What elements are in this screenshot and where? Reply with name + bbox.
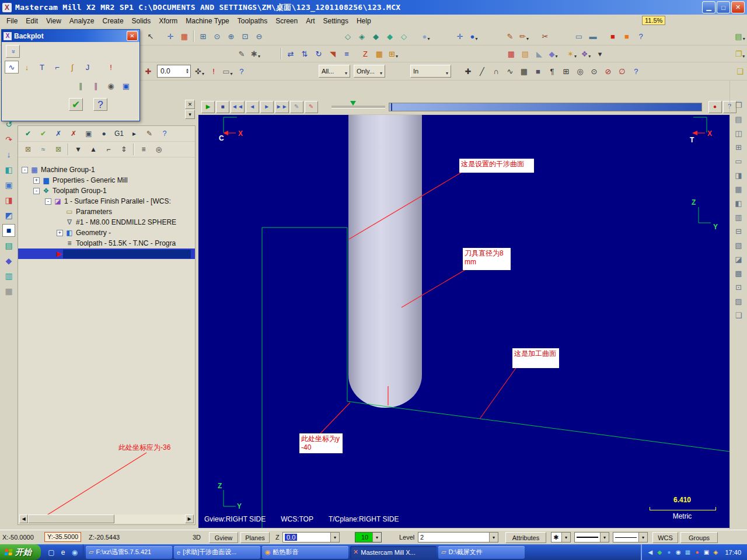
move-insert-up-icon[interactable]: ▲ bbox=[86, 143, 100, 156]
right-dock-icon-12[interactable]: ◪ bbox=[732, 253, 745, 265]
step-forward-icon[interactable]: ► bbox=[260, 101, 274, 113]
menu-art[interactable]: Art bbox=[302, 16, 319, 26]
zoom-target-icon[interactable]: ⊙ bbox=[211, 30, 224, 43]
task-mastercam[interactable]: ✕Mastercam Mill X... bbox=[350, 546, 437, 559]
spinner-icon[interactable]: ▲▼ bbox=[186, 68, 189, 74]
im-tray-icon[interactable]: ● bbox=[664, 546, 673, 559]
select-clear-filter-icon[interactable]: ∅ bbox=[616, 65, 629, 78]
z-depth-field[interactable]: 0.0 ▾ bbox=[282, 532, 340, 542]
select-result-filter-icon[interactable]: ◎ bbox=[574, 65, 587, 78]
x-coordinate-readout[interactable]: X:-50.0000 bbox=[2, 534, 34, 541]
tree-expander-icon[interactable]: - bbox=[45, 198, 51, 205]
chevron-down-icon[interactable]: ▾ bbox=[638, 533, 647, 542]
backplot-ok-icon[interactable]: ✔ bbox=[69, 98, 83, 111]
raise-flag-icon[interactable]: ! bbox=[207, 65, 220, 78]
move-insert-down-icon[interactable]: ▼ bbox=[71, 143, 85, 156]
right-dock-icon-13[interactable]: ▩ bbox=[732, 267, 745, 279]
z-coordinate-readout[interactable]: Z:-20.5443 bbox=[89, 534, 120, 541]
lock-operations-icon[interactable]: ⊠ bbox=[21, 143, 35, 156]
backplot-vectors-icon[interactable]: J bbox=[81, 61, 95, 74]
backplot-dialog[interactable]: X Backplot ✕ « ∿↓T⌐∫J! ∥∥◉▣ ✔? bbox=[1, 29, 140, 121]
right-dock-icon-8[interactable]: ◧ bbox=[732, 197, 745, 209]
delete-entity-icon[interactable]: ✂ bbox=[539, 30, 551, 43]
backplot-quality-icon[interactable]: ∥ bbox=[74, 79, 88, 92]
edit-selected-icon[interactable]: ✎ bbox=[142, 127, 156, 140]
backplot-holder-icon[interactable]: T bbox=[35, 61, 49, 74]
play-icon[interactable]: ▶ bbox=[201, 101, 215, 113]
step-back-icon[interactable]: ◄ bbox=[246, 101, 259, 113]
right-dock-icon-15[interactable]: ▨ bbox=[732, 295, 745, 307]
select-arcs-filter-icon[interactable]: ∩ bbox=[490, 65, 502, 78]
insert-arrow-icon[interactable]: ▶ bbox=[57, 250, 62, 258]
menu-machine-type[interactable]: Machine Type bbox=[181, 16, 233, 26]
menu-view[interactable]: View bbox=[42, 16, 65, 26]
select-off-filter-icon[interactable]: ⊘ bbox=[602, 65, 615, 78]
wcs-button[interactable]: WCS bbox=[652, 532, 678, 543]
tree-item[interactable]: ≡Toolpath - 51.5K - T.NC - Progra bbox=[18, 238, 195, 249]
menu-file[interactable]: File bbox=[2, 16, 22, 26]
backplot-dialog-titlebar[interactable]: X Backplot ✕ bbox=[2, 30, 139, 42]
expand-dialog-icon[interactable]: « bbox=[6, 45, 20, 58]
window-titlebar[interactable]: X Mastercam Mill X2 MR2 SP1 C:\DOCUMENTS… bbox=[0, 0, 747, 15]
right-dock-icon-5[interactable]: ▭ bbox=[732, 155, 745, 167]
select-solids-filter-icon[interactable]: ■ bbox=[532, 65, 544, 78]
redo-icon[interactable]: ■ bbox=[620, 30, 633, 43]
close-button[interactable]: ✕ bbox=[731, 1, 745, 13]
backplot-progress-bar[interactable] bbox=[389, 103, 702, 111]
autocursor-help-icon[interactable]: ? bbox=[235, 65, 248, 78]
select-lines-filter-icon[interactable]: ╱ bbox=[476, 65, 488, 78]
start-button[interactable]: 开始 bbox=[0, 544, 41, 560]
tree-item[interactable]: -❖Toolpath Group-1 bbox=[18, 186, 195, 196]
select-dirty-operations-icon[interactable]: ✗ bbox=[51, 127, 65, 140]
slider-marker-icon[interactable] bbox=[350, 101, 356, 106]
right-dock-icon-16[interactable]: ❑ bbox=[732, 309, 745, 321]
level-field[interactable]: 2 ▾ bbox=[418, 532, 498, 542]
network-tray-icon[interactable]: ▦ bbox=[683, 546, 692, 559]
menu-settings[interactable]: Settings bbox=[319, 16, 352, 26]
active-tool-icon[interactable]: ■ bbox=[2, 224, 15, 237]
chevron-down-icon[interactable]: ▾ bbox=[330, 533, 339, 542]
translucent-view-icon[interactable]: ◇ bbox=[397, 30, 410, 43]
point-style-field[interactable]: ✱ ▾ bbox=[551, 532, 571, 542]
scrollbar-track[interactable] bbox=[28, 514, 185, 523]
grid-settings-icon[interactable]: ▦ bbox=[373, 47, 386, 60]
tree-item[interactable]: +◧Geometry - bbox=[18, 228, 195, 238]
tree-expander-icon[interactable]: + bbox=[57, 230, 63, 236]
y-coordinate-field[interactable]: Y:-35.5000 bbox=[44, 532, 81, 542]
material-sphere-icon[interactable]: ●▾ bbox=[420, 30, 432, 43]
chevron-down-icon[interactable]: ▾ bbox=[600, 533, 609, 542]
right-dock-icon-1[interactable]: ❐ bbox=[732, 99, 745, 111]
plane-indicator-icon[interactable]: ▭▾ bbox=[221, 65, 234, 78]
xform-offset-icon[interactable]: ≡ bbox=[340, 47, 353, 60]
forward-end-icon[interactable]: ►► bbox=[275, 101, 289, 113]
tree-item[interactable]: -◪1 - Surface Finish Parallel - [WCS: bbox=[18, 196, 195, 206]
viewport-icon[interactable]: ▣ bbox=[2, 178, 15, 191]
gview-axes-icon[interactable]: ✛ bbox=[453, 30, 466, 43]
chevron-down-icon[interactable]: ▾ bbox=[561, 533, 570, 542]
regen-all-operations-icon[interactable]: ✔ bbox=[36, 127, 50, 140]
lighting-icon[interactable]: ✶▾ bbox=[566, 47, 578, 60]
mru-functions-icon[interactable]: ▤▾ bbox=[734, 30, 746, 43]
right-dock-icon-14[interactable]: ⊡ bbox=[732, 281, 745, 293]
right-dock-icon-3[interactable]: ◫ bbox=[732, 127, 745, 139]
printer-strip-icon[interactable]: ▤ bbox=[2, 239, 15, 252]
right-dock-icon-2[interactable]: ▤ bbox=[732, 113, 745, 125]
selection-cursor-icon[interactable]: ↖ bbox=[144, 30, 157, 43]
task-thunder-folder[interactable]: ▱F:\xz\迅雷5.7.5.421 bbox=[86, 546, 172, 559]
highfeed-icon[interactable]: ▸ bbox=[127, 127, 141, 140]
select-help-icon[interactable]: ? bbox=[630, 65, 643, 78]
show-desktop-icon[interactable]: ▢ bbox=[46, 546, 57, 559]
mode-3d-button[interactable]: 3D bbox=[193, 534, 201, 541]
cursor-position-icon[interactable]: ✜▾ bbox=[193, 65, 206, 78]
tree-item[interactable]: -▦Machine Group-1 bbox=[18, 164, 195, 175]
ie-quick-icon[interactable]: e bbox=[58, 546, 68, 559]
tree-expander-icon[interactable]: - bbox=[22, 167, 28, 173]
plane-swatch-icon[interactable]: ◩ bbox=[2, 209, 15, 222]
select-points-filter-icon[interactable]: ✚ bbox=[462, 65, 474, 78]
select-all-dropdown[interactable]: All...▾ bbox=[319, 65, 350, 78]
zoom-window-icon[interactable]: ⊞ bbox=[197, 30, 210, 43]
wireframe-view-icon[interactable]: ◇ bbox=[341, 30, 354, 43]
menu-solids[interactable]: Solids bbox=[128, 16, 155, 26]
select-in-dropdown[interactable]: In▾ bbox=[410, 65, 451, 78]
only-display-icon[interactable]: ≡ bbox=[137, 143, 151, 156]
